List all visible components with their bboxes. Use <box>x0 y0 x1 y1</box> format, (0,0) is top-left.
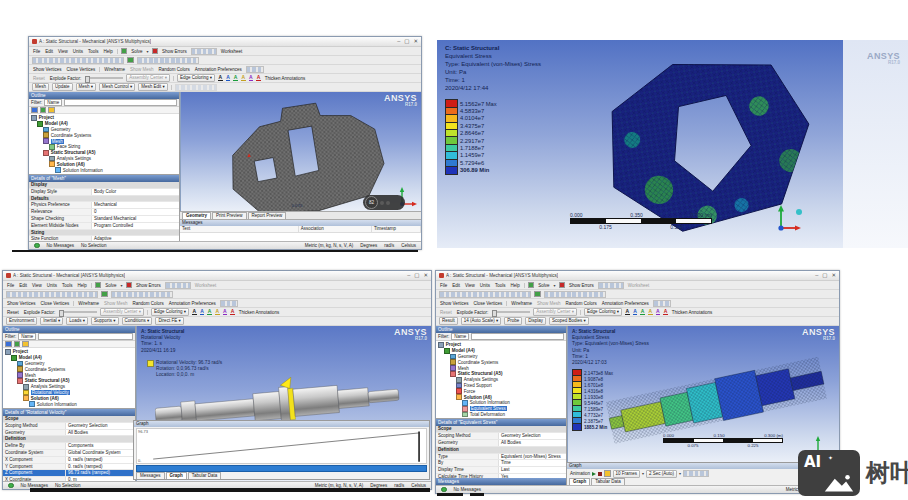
context-toolbar-button[interactable]: Mesh <box>32 83 49 91</box>
show-errors-icon[interactable] <box>559 282 566 289</box>
show-hidden-icon[interactable] <box>22 341 29 348</box>
minimize-icon[interactable]: – <box>407 273 410 279</box>
close-icon[interactable]: ✕ <box>413 39 418 45</box>
explode-factor-slider[interactable] <box>492 311 530 313</box>
menu-item[interactable]: Tools <box>87 49 100 54</box>
filter-dropdown[interactable]: Name <box>451 333 469 341</box>
window-controls[interactable]: – ▢ ✕ <box>815 273 836 279</box>
geometry-viewport[interactable]: ANSYS R17.0 <box>180 92 421 211</box>
edge-style-icon[interactable]: A <box>233 75 238 81</box>
details-row[interactable]: Scoping Method Geometry Selection <box>436 433 566 440</box>
assembly-center-dropdown[interactable]: Assembly Center ▾ <box>533 308 577 316</box>
details-row[interactable]: Defaults <box>29 196 179 203</box>
menu-item[interactable]: File <box>439 283 448 288</box>
solve-button[interactable]: Solve <box>104 283 117 288</box>
explode-factor-slider[interactable] <box>85 77 123 79</box>
context-toolbar-button[interactable]: 14 (Auto Scale) ▾ <box>461 317 502 325</box>
view-toolbar-icons[interactable] <box>137 57 199 64</box>
collapse-tree-icon[interactable] <box>14 341 21 348</box>
maximize-icon[interactable]: ▢ <box>414 273 419 279</box>
details-row[interactable]: Define By Components <box>3 443 135 450</box>
selection-toolbar-icons[interactable] <box>6 291 98 298</box>
details-row[interactable]: Geometry All Bodies <box>3 430 135 437</box>
details-row[interactable]: Relevance 0 <box>29 209 179 216</box>
edge-style-icon[interactable]: A <box>249 75 254 81</box>
details-row[interactable]: Physics Preference Mechanical <box>29 202 179 209</box>
edge-style-icon[interactable]: A <box>640 309 645 315</box>
status-units[interactable]: Metric (m, kg, N, s, V, A) <box>305 243 353 248</box>
details-row[interactable]: Type Equivalent (von-Mises) Stress <box>436 454 566 461</box>
result-viewport[interactable]: ANSYS R17.0 A: Static Structural Equival… <box>567 326 839 462</box>
show-hidden-icon[interactable] <box>48 107 55 114</box>
context-toolbar-button[interactable]: Supports ▾ <box>91 317 119 325</box>
details-row[interactable]: Scope <box>3 416 135 423</box>
edge-style-icon[interactable]: A <box>241 75 246 81</box>
frames-dropdown[interactable]: 10 Frames <box>613 470 641 478</box>
menu-item[interactable]: Units <box>479 283 491 288</box>
details-row[interactable]: Z Component 96.73 rad/s (ramped) <box>3 470 135 477</box>
show-errors-button[interactable]: Show Errors <box>568 283 595 288</box>
show-mesh-button[interactable]: Show Mesh <box>536 301 562 306</box>
title-bar[interactable]: A : Static Structural - Mechanical [ANSY… <box>3 271 431 281</box>
badge-dot-icon[interactable] <box>380 201 384 205</box>
messages-panel-header[interactable]: Messages <box>436 478 566 485</box>
tree-item[interactable]: Solution Information <box>29 167 179 173</box>
random-colors-button[interactable]: Random Colors <box>132 301 165 306</box>
details-row[interactable]: Scoping Method Geometry Selection <box>3 423 135 430</box>
chevron-down-icon[interactable]: ▾ <box>554 283 556 288</box>
edge-style-icon[interactable]: A <box>215 309 220 315</box>
worksheet-button[interactable]: Worksheet <box>194 283 217 288</box>
context-toolbar-button[interactable]: Environment <box>6 317 37 325</box>
close-vertices-button[interactable]: Close Vertices <box>66 67 97 72</box>
show-vertices-button[interactable]: Show Vertices <box>439 301 470 306</box>
view-toolbar-icons[interactable] <box>544 291 606 298</box>
badge-dot-icon[interactable] <box>386 201 390 205</box>
context-toolbar-button[interactable]: Inertial ▾ <box>40 317 63 325</box>
show-errors-icon[interactable] <box>126 282 133 289</box>
column-header-association[interactable]: Association <box>299 226 372 232</box>
wireframe-button[interactable]: Wireframe <box>77 301 100 306</box>
expand-tree-icon[interactable] <box>5 341 12 348</box>
details-row[interactable]: Shape Checking Standard Mechanical <box>29 216 179 223</box>
menu-item[interactable]: Units <box>72 49 84 54</box>
window-controls[interactable]: – ▢ ✕ <box>397 39 418 45</box>
wireframe-button[interactable]: Wireframe <box>510 301 533 306</box>
close-vertices-button[interactable]: Close Vertices <box>40 301 71 306</box>
details-row[interactable]: Scope <box>436 426 566 433</box>
graph-tab[interactable]: Messages <box>136 472 165 479</box>
menu-item[interactable]: View <box>31 283 43 288</box>
graph-tab[interactable]: Tabular Data <box>188 472 222 479</box>
menu-item[interactable]: Units <box>46 283 58 288</box>
chevron-down-icon[interactable]: ▾ <box>642 471 644 476</box>
edge-toolbar-icons[interactable] <box>220 300 238 307</box>
wireframe-button[interactable]: Wireframe <box>103 67 126 72</box>
context-toolbar-button[interactable]: Mesh Edit ▾ <box>138 83 168 91</box>
solve-icon[interactable] <box>95 282 102 289</box>
details-row[interactable]: Size Function Adaptive <box>29 236 179 241</box>
edge-style-icon[interactable]: A <box>192 309 197 315</box>
filter-search-input[interactable] <box>471 333 564 340</box>
context-toolbar-button[interactable]: Scoped Bodies ▾ <box>549 317 589 325</box>
menu-item[interactable]: View <box>57 49 69 54</box>
thicken-annotations-button[interactable]: Thicken Annotations <box>671 310 714 315</box>
reset-button[interactable]: Reset <box>32 76 46 81</box>
context-toolbar-button[interactable]: Loads ▾ <box>66 317 88 325</box>
details-row[interactable]: Coordinate System Global Coordinate Syst… <box>3 450 135 457</box>
close-icon[interactable]: ✕ <box>831 273 836 279</box>
context-toolbar-button[interactable]: Mesh ▾ <box>76 83 97 91</box>
chevron-down-icon[interactable]: ▾ <box>679 471 681 476</box>
details-row[interactable]: Display Time Last <box>436 467 566 474</box>
details-row[interactable]: By Time <box>436 460 566 467</box>
column-header-timestamp[interactable]: Timestamp <box>372 226 421 232</box>
toolbar-icons[interactable] <box>191 48 217 55</box>
toolbar-icons[interactable] <box>598 282 624 289</box>
menu-item[interactable]: Help <box>77 283 88 288</box>
result-canvas[interactable]: C: Static Structural Equivalent Stress T… <box>437 40 843 248</box>
edge-toolbar-icons[interactable] <box>653 300 671 307</box>
close-icon[interactable]: ✕ <box>423 273 428 279</box>
details-row[interactable]: Display Style Body Color <box>29 189 179 196</box>
edge-style-icon[interactable]: A <box>200 309 205 315</box>
show-errors-icon[interactable] <box>152 48 159 55</box>
edge-style-icon[interactable]: A <box>656 309 661 315</box>
viewport-tab[interactable]: Report Preview <box>248 212 287 219</box>
